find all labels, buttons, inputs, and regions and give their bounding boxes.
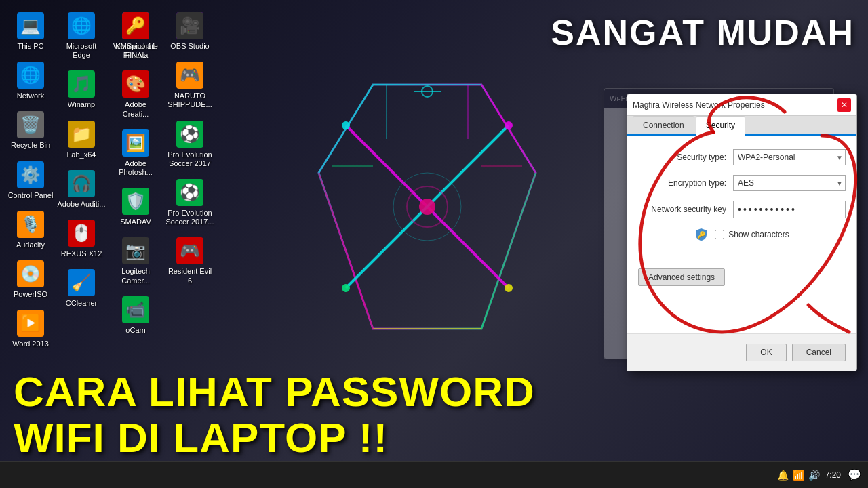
svg-line-3 bbox=[481, 173, 536, 329]
icon-recycle-bin[interactable]: 🗑️ Recycle Bin bbox=[3, 106, 58, 155]
icon-ms-edge[interactable]: 🌐 Microsoft Edge bbox=[54, 7, 108, 65]
smadav-icon: 🛡️ bbox=[122, 188, 149, 215]
taskbar-notification-icon[interactable]: 🔔 bbox=[777, 470, 789, 481]
icon-control-panel-label: Control Panel bbox=[8, 191, 54, 200]
icon-resident-evil[interactable]: 🎮 Resident Evil 6 bbox=[163, 232, 217, 290]
adobe-creative-icon: 🎨 bbox=[122, 70, 149, 98]
icon-winamp[interactable]: 🎵 Winamp bbox=[54, 65, 108, 115]
bottom-text-container: CARA LIHAT PASSWORD WIFI DI LAPTOP !! bbox=[0, 369, 868, 461]
icon-ocam-label: oCam bbox=[125, 326, 145, 335]
resident-evil-icon: 🎮 bbox=[176, 237, 203, 264]
taskbar-wifi-icon[interactable]: 📶 bbox=[793, 470, 804, 481]
icon-adobe-creative[interactable]: 🎨 Adobe Creati... bbox=[108, 65, 163, 123]
icon-network[interactable]: 🌐 Network bbox=[3, 56, 58, 106]
rexus-icon: 🖱️ bbox=[68, 220, 95, 247]
taskbar-notification-center[interactable]: 💬 bbox=[848, 468, 861, 481]
icon-naruto-label: NARUTO SHIPPUDE... bbox=[165, 92, 214, 109]
cancel-button[interactable]: Cancel bbox=[792, 344, 846, 361]
icon-adobe-photoshop-label: Adobe Photosh... bbox=[111, 159, 160, 177]
network-key-label: Network security key bbox=[638, 205, 733, 214]
icon-this-pc[interactable]: 💻 This PC bbox=[3, 7, 58, 56]
wireless-network-properties-dialog[interactable]: Magfira Wireless Network Properties ✕ Co… bbox=[627, 94, 857, 371]
shield-icon: 🔑 bbox=[694, 228, 708, 241]
this-pc-icon: 💻 bbox=[17, 12, 44, 39]
encryption-type-select[interactable]: AES TKIP bbox=[733, 175, 846, 191]
icon-winamp-label: Winamp bbox=[68, 100, 95, 109]
icon-pro-evo-2017[interactable]: ⚽ Pro Evolution Soccer 2017 bbox=[163, 115, 217, 174]
network-key-input[interactable] bbox=[733, 201, 846, 218]
advanced-settings-button[interactable]: Advanced settings bbox=[638, 268, 725, 286]
dialog-title: Magfira Wireless Network Properties bbox=[633, 100, 765, 110]
dialog-buttons: OK Cancel bbox=[627, 333, 856, 371]
naruto-icon: 🎮 bbox=[176, 62, 203, 89]
icon-fab-x64[interactable]: 📁 Fab_x64 bbox=[54, 115, 108, 165]
icon-vlc-label: Word 2013 bbox=[12, 340, 49, 348]
icon-adobe-audition[interactable]: 🎧 Adobe Auditi... bbox=[54, 165, 108, 214]
obs-icon: 🎥 bbox=[176, 12, 203, 39]
advanced-settings-area: Advanced settings bbox=[627, 268, 856, 293]
vlc-icon: ▶️ bbox=[17, 310, 44, 337]
icon-kmspico[interactable]: 🔑 KMSpico 11 FINAL bbox=[108, 7, 163, 65]
svg-point-13 bbox=[505, 284, 513, 292]
taskbar-volume-icon[interactable]: 🔊 bbox=[808, 470, 820, 481]
icon-ocam[interactable]: 📹 oCam bbox=[108, 291, 163, 340]
security-type-row: Security type: WPA2-Personal WPA-Persona… bbox=[638, 149, 846, 165]
adobe-audition-icon: 🎧 bbox=[68, 170, 95, 197]
icon-kmspico-label: KMSpico 11 FINAL bbox=[111, 42, 160, 60]
security-type-select[interactable]: WPA2-Personal WPA-Personal Open bbox=[733, 149, 846, 165]
icon-logitech-label: Logitech Camer... bbox=[111, 267, 160, 285]
title-text: SANGAT MUDAH bbox=[551, 12, 854, 53]
icon-poweriso-label: PowerISO bbox=[14, 290, 47, 299]
network-key-wrapper bbox=[733, 201, 846, 218]
show-characters-checkbox[interactable] bbox=[715, 230, 724, 239]
poweriso-icon: 💿 bbox=[17, 260, 44, 287]
pro-evo-2017-icon: ⚽ bbox=[176, 121, 203, 148]
ok-button[interactable]: OK bbox=[746, 344, 786, 361]
ccleaner-icon: 🧹 bbox=[68, 269, 95, 296]
pro-evo-2017b-icon: ⚽ bbox=[176, 179, 203, 206]
icon-rexus[interactable]: 🖱️ REXUS X12 bbox=[54, 214, 108, 264]
encryption-type-wrapper: AES TKIP ▼ bbox=[733, 175, 846, 191]
dialog-titlebar: Magfira Wireless Network Properties ✕ bbox=[627, 94, 856, 116]
icon-control-panel[interactable]: ⚙️ Control Panel bbox=[3, 156, 58, 205]
control-panel-icon: ⚙️ bbox=[17, 161, 44, 188]
icon-adobe-photoshop[interactable]: 🖼️ Adobe Photosh... bbox=[108, 124, 163, 182]
ocam-icon: 📹 bbox=[122, 296, 149, 323]
encryption-type-label: Encryption type: bbox=[638, 178, 733, 188]
svg-point-10 bbox=[505, 121, 513, 129]
icon-audacity[interactable]: 🎙️ Audacity bbox=[3, 205, 58, 255]
icon-logitech[interactable]: 📷 Logitech Camer... bbox=[108, 232, 163, 290]
icon-vlc[interactable]: ▶️ Word 2013 bbox=[3, 304, 58, 354]
tab-security[interactable]: Security bbox=[696, 116, 745, 136]
icon-adobe-creative-label: Adobe Creati... bbox=[111, 100, 160, 118]
icon-obs[interactable]: 🎥 OBS Studio bbox=[163, 7, 217, 56]
kmspico-icon: 🔑 bbox=[122, 12, 149, 39]
icon-naruto[interactable]: 🎮 NARUTO SHIPPUDE... bbox=[163, 56, 217, 115]
icon-pro-evo-2017b[interactable]: ⚽ Pro Evolution Soccer 2017... bbox=[163, 174, 217, 232]
icon-adobe-audition-label: Adobe Auditi... bbox=[58, 200, 106, 209]
show-characters-row: 🔑 Show characters bbox=[638, 228, 846, 241]
icon-smadav-label: SMADAV bbox=[120, 218, 151, 226]
encryption-type-row: Encryption type: AES TKIP ▼ bbox=[638, 175, 846, 191]
tab-connection[interactable]: Connection bbox=[633, 116, 694, 134]
svg-point-9 bbox=[342, 121, 350, 129]
security-type-label: Security type: bbox=[638, 152, 733, 162]
icon-smadav[interactable]: 🛡️ SMADAV bbox=[108, 182, 163, 232]
icon-ccleaner-label: CCleaner bbox=[66, 299, 97, 308]
winamp-icon: 🎵 bbox=[68, 70, 95, 98]
desktop: 💻 This PC 🌐 Network 🗑️ Recycle Bin ⚙️ Co… bbox=[0, 0, 868, 488]
dialog-close-button[interactable]: ✕ bbox=[837, 98, 851, 112]
show-characters-label[interactable]: Show characters bbox=[728, 230, 789, 239]
icon-poweriso[interactable]: 💿 PowerISO bbox=[3, 255, 58, 304]
audacity-icon: 🎙️ bbox=[17, 211, 44, 238]
icon-pro-evo-2017-label: Pro Evolution Soccer 2017 bbox=[165, 150, 214, 168]
svg-line-5 bbox=[319, 173, 373, 329]
icon-ccleaner[interactable]: 🧹 CCleaner bbox=[54, 264, 108, 313]
dialog-content: Security type: WPA2-Personal WPA-Persona… bbox=[627, 136, 856, 268]
svg-point-12 bbox=[342, 284, 350, 292]
icon-audacity-label: Audacity bbox=[16, 241, 45, 249]
network-key-row: Network security key bbox=[638, 201, 846, 218]
icon-network-label: Network bbox=[17, 92, 44, 100]
icon-ms-edge-label: Microsoft Edge bbox=[57, 42, 106, 60]
icon-obs-label: OBS Studio bbox=[170, 42, 209, 51]
